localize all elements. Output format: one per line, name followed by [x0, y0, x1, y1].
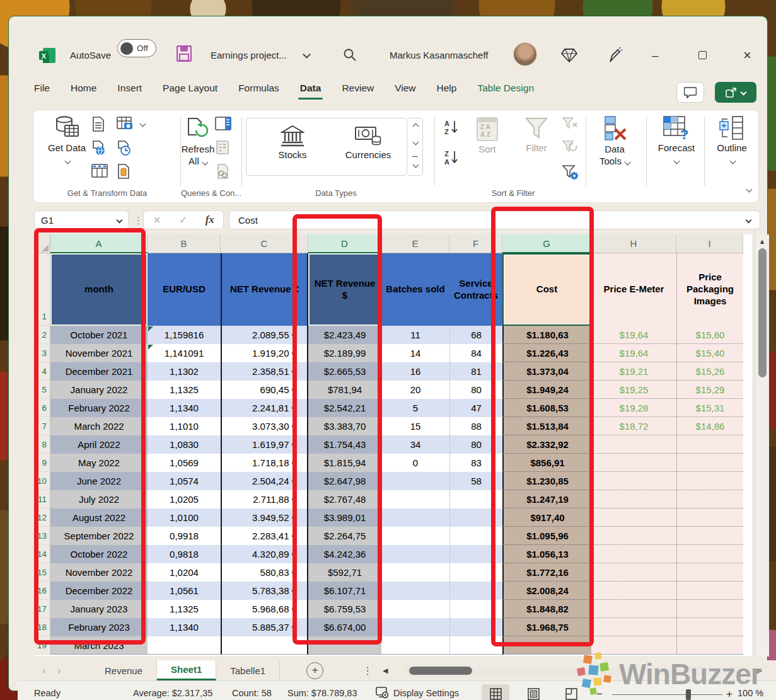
- sheet-more-icon[interactable]: ⋮: [362, 665, 373, 677]
- cell-H8[interactable]: [591, 435, 676, 454]
- status-average[interactable]: Average: $2.317,35: [133, 688, 212, 698]
- name-box[interactable]: G1: [34, 210, 129, 229]
- cell-H14[interactable]: [591, 545, 676, 563]
- cell-B16[interactable]: 1,0561: [148, 582, 221, 600]
- cell-H5[interactable]: $19,25: [591, 381, 676, 399]
- sheet-tab-tabelle1[interactable]: Tabelle1: [216, 660, 280, 680]
- avatar[interactable]: [513, 42, 538, 67]
- cell-E5[interactable]: 20: [381, 381, 449, 399]
- display-settings-label[interactable]: Display Settings: [393, 688, 459, 698]
- cell-E17[interactable]: [381, 600, 449, 618]
- column-header-I[interactable]: I: [676, 234, 743, 253]
- cell-I7[interactable]: $14,86: [676, 417, 743, 435]
- normal-view-button[interactable]: [482, 684, 509, 700]
- queries-connections-icon[interactable]: [215, 117, 229, 130]
- from-text-icon[interactable]: [91, 117, 105, 130]
- tab-formulas[interactable]: Formulas: [238, 83, 279, 94]
- from-picture-icon[interactable]: [117, 117, 130, 130]
- cell-B19[interactable]: [148, 636, 221, 655]
- header-cell-B1[interactable]: EUR/USD: [148, 253, 221, 326]
- cell-B2[interactable]: 1,159816: [148, 326, 221, 344]
- cell-B7[interactable]: 1,1010: [148, 417, 221, 435]
- cell-H9[interactable]: [591, 454, 676, 472]
- hscroll-left-icon[interactable]: ◀: [378, 667, 393, 675]
- from-picture-chevron-icon[interactable]: [140, 121, 146, 127]
- cell-B12[interactable]: 1,0100: [148, 508, 221, 527]
- recent-sources-icon[interactable]: [117, 141, 130, 154]
- cell-I4[interactable]: $15,26: [676, 362, 743, 381]
- page-layout-view-button[interactable]: [519, 684, 547, 700]
- header-cell-E1[interactable]: Batches sold: [381, 253, 449, 326]
- cell-H16[interactable]: [591, 582, 676, 600]
- tab-review[interactable]: Review: [342, 83, 374, 94]
- cell-E7[interactable]: 15: [381, 417, 449, 435]
- cell-I5[interactable]: $15,29: [676, 381, 743, 399]
- tab-home[interactable]: Home: [71, 83, 96, 94]
- cell-B15[interactable]: 1,0204: [148, 563, 221, 582]
- sort-az-icon[interactable]: AZ: [443, 119, 462, 133]
- cell-B17[interactable]: 1,1325: [148, 600, 221, 618]
- cell-I14[interactable]: [676, 545, 743, 563]
- status-sum[interactable]: Sum: $78.789,83: [287, 688, 357, 698]
- gallery-scrollbar[interactable]: [408, 118, 423, 176]
- column-header-B[interactable]: B: [148, 234, 221, 253]
- cell-B13[interactable]: 0,9918: [148, 527, 221, 545]
- tab-help[interactable]: Help: [437, 83, 457, 94]
- cell-E8[interactable]: 34: [381, 435, 449, 454]
- cell-B5[interactable]: 1,1325: [148, 381, 221, 399]
- cell-E4[interactable]: 16: [381, 362, 449, 381]
- horizontal-scroll-thumb[interactable]: [409, 667, 472, 675]
- title-chevron-down-icon[interactable]: [303, 50, 311, 59]
- cell-E13[interactable]: [381, 527, 449, 545]
- cell-H7[interactable]: $18,72: [591, 417, 676, 435]
- ribbon-collapse-icon[interactable]: [746, 186, 753, 193]
- cell-E10[interactable]: [381, 472, 449, 490]
- header-cell-I1[interactable]: Price Packaging Images: [676, 253, 743, 326]
- cell-H11[interactable]: [591, 490, 676, 508]
- vertical-scroll-thumb[interactable]: [758, 248, 767, 377]
- cell-E18[interactable]: [381, 618, 449, 636]
- edit-links-icon[interactable]: [216, 164, 230, 178]
- sheet-prev-icon[interactable]: ‹: [37, 666, 52, 675]
- column-header-H[interactable]: H: [591, 234, 676, 253]
- header-cell-H1[interactable]: Price E-Meter: [591, 253, 676, 326]
- diamond-icon[interactable]: [561, 48, 577, 66]
- cell-E2[interactable]: 11: [381, 326, 449, 344]
- minimize-button[interactable]: –: [652, 49, 659, 61]
- formula-bar-divider[interactable]: ⋮: [134, 215, 143, 226]
- data-tools-button[interactable]: DataTools: [591, 115, 639, 168]
- user-name[interactable]: Markus Kasanmascheff: [390, 50, 488, 60]
- cell-I13[interactable]: [676, 527, 743, 545]
- cell-E19[interactable]: [381, 636, 449, 655]
- currencies-button[interactable]: Currencies: [340, 125, 397, 161]
- cell-I9[interactable]: [676, 454, 743, 472]
- sheet-tab-sheet1[interactable]: Sheet1: [157, 660, 216, 680]
- cell-H4[interactable]: $19,21: [591, 362, 676, 381]
- tab-file[interactable]: File: [34, 83, 50, 94]
- existing-connections-icon[interactable]: [117, 164, 130, 178]
- cell-H6[interactable]: $19,28: [591, 399, 676, 417]
- cell-H3[interactable]: $19,64: [591, 344, 676, 362]
- insert-function-icon[interactable]: fx: [206, 214, 214, 226]
- cell-E12[interactable]: [381, 508, 449, 527]
- stocks-button[interactable]: Stocks: [270, 125, 315, 161]
- cell-I15[interactable]: [676, 563, 743, 582]
- cell-I12[interactable]: [676, 508, 743, 527]
- display-settings-icon[interactable]: [376, 687, 390, 700]
- comments-button[interactable]: [676, 82, 704, 103]
- save-icon[interactable]: [177, 45, 192, 64]
- cell-B4[interactable]: 1,1302: [148, 362, 221, 381]
- cell-H13[interactable]: [591, 527, 676, 545]
- advanced-filter-icon[interactable]: [562, 164, 576, 178]
- cell-H12[interactable]: [591, 508, 676, 527]
- search-icon[interactable]: [343, 48, 357, 64]
- get-data-button[interactable]: Get Data: [47, 115, 86, 166]
- cell-H2[interactable]: $19,64: [591, 326, 676, 344]
- cell-B9[interactable]: 1,0569: [148, 454, 221, 472]
- vertical-scrollbar[interactable]: ▲: [755, 234, 769, 657]
- cell-B11[interactable]: 1,0205: [148, 490, 221, 508]
- cell-E16[interactable]: [381, 582, 449, 600]
- tab-table-design[interactable]: Table Design: [477, 83, 534, 94]
- tab-page-layout[interactable]: Page Layout: [163, 83, 217, 94]
- cell-I17[interactable]: [676, 600, 743, 618]
